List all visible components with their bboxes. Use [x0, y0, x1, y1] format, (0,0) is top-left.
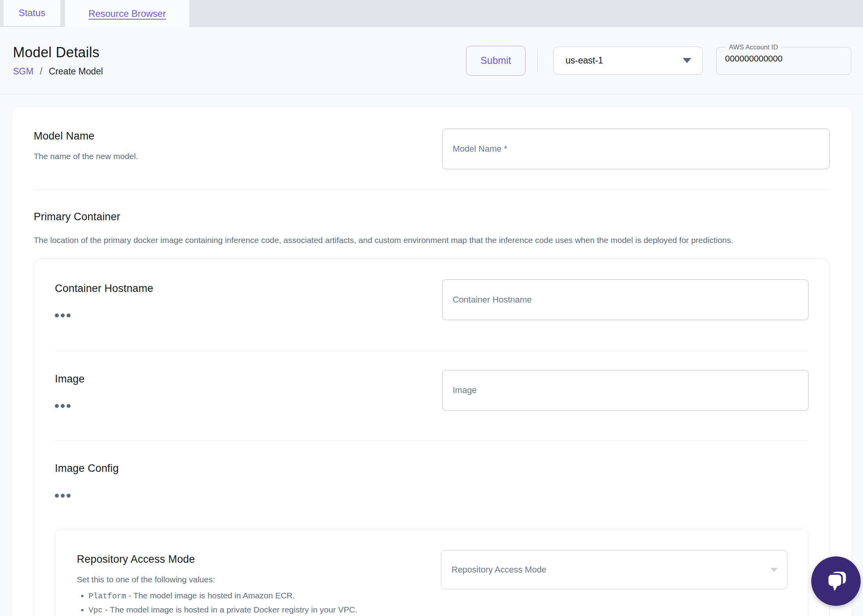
list-item: Vpc - The model image is hosted in a pri…	[89, 603, 425, 616]
more-dots-icon[interactable]	[55, 492, 72, 499]
image-row: Image	[55, 351, 809, 411]
value-code: Platform	[89, 592, 126, 601]
list-item: Platform - The model image is hosted in …	[89, 589, 425, 603]
container-hostname-input-col	[442, 279, 809, 321]
image-label-block: Image	[55, 370, 442, 411]
breadcrumb-separator: /	[40, 66, 42, 76]
more-dots-icon[interactable]	[55, 312, 72, 319]
primary-container-card: Container Hostname Image	[34, 259, 830, 616]
image-label: Image	[55, 373, 426, 385]
tab-bar: Status Resource Browser	[0, 0, 863, 27]
value-text: - The model image is hosted in a private…	[103, 605, 357, 614]
repository-access-mode-values: Platform - The model image is hosted in …	[89, 589, 425, 616]
image-input[interactable]	[442, 370, 809, 411]
region-select[interactable]: us-east-1	[553, 47, 703, 75]
chat-bubbles-icon	[823, 568, 849, 594]
model-name-row: Model Name The name of the new model.	[34, 129, 830, 169]
section-divider	[34, 189, 830, 189]
repository-access-mode-description: Set this to one of the following values:	[77, 575, 425, 584]
model-details-card: Model Name The name of the new model. Pr…	[12, 107, 852, 616]
page-header: Model Details SGM / Create Model Submit …	[0, 27, 863, 94]
tab-status[interactable]: Status	[4, 0, 60, 26]
more-dots-icon[interactable]	[55, 402, 72, 409]
image-config-label: Image Config	[55, 462, 809, 475]
value-text: - The model image is hosted in Amazon EC…	[126, 591, 295, 600]
aws-account-id-field: AWS Account ID	[716, 43, 851, 75]
chat-widget-button[interactable]	[811, 556, 861, 606]
chevron-down-icon	[771, 568, 778, 572]
container-hostname-input[interactable]	[442, 279, 809, 320]
repository-access-mode-select[interactable]: Repository Access Mode	[441, 550, 787, 589]
primary-container-label: Primary Container	[34, 211, 830, 223]
tab-resource-browser[interactable]: Resource Browser	[65, 0, 189, 27]
header-divider	[537, 49, 538, 73]
image-config-row: Image Config	[55, 441, 809, 499]
primary-container-description: The location of the primary docker image…	[34, 233, 829, 248]
breadcrumb-link-sgm[interactable]: SGM	[13, 66, 33, 76]
model-name-input[interactable]	[442, 129, 830, 169]
container-hostname-label: Container Hostname	[55, 283, 426, 295]
tab-resource-browser-label: Resource Browser	[89, 8, 166, 19]
region-select-value: us-east-1	[566, 55, 603, 66]
submit-button[interactable]: Submit	[466, 46, 526, 76]
repository-access-mode-placeholder: Repository Access Mode	[451, 565, 546, 575]
breadcrumb-current: Create Model	[49, 66, 103, 76]
value-code: Vpc	[89, 606, 103, 615]
model-name-input-col	[442, 129, 830, 169]
main-content: Model Name The name of the new model. Pr…	[0, 94, 863, 616]
model-name-label: Model Name	[34, 130, 426, 142]
breadcrumb: SGM / Create Model	[13, 66, 103, 77]
header-title-block: Model Details SGM / Create Model	[13, 44, 103, 77]
model-name-description: The name of the new model.	[34, 152, 426, 161]
aws-account-id-input[interactable]	[723, 51, 844, 64]
repository-access-mode-label-block: Repository Access Mode Set this to one o…	[77, 550, 441, 616]
container-hostname-row: Container Hostname	[55, 279, 809, 321]
container-hostname-label-block: Container Hostname	[55, 279, 442, 321]
image-input-col	[442, 370, 809, 411]
repository-access-mode-input-col: Repository Access Mode	[441, 550, 787, 616]
image-config-card: Repository Access Mode Set this to one o…	[55, 529, 809, 616]
repository-access-mode-label: Repository Access Mode	[77, 553, 425, 565]
model-name-label-block: Model Name The name of the new model.	[34, 129, 442, 169]
primary-container-section-header: Primary Container The location of the pr…	[34, 211, 830, 248]
header-actions: Submit us-east-1 AWS Account ID	[466, 45, 851, 76]
chevron-down-icon	[683, 58, 691, 63]
page-title: Model Details	[13, 44, 103, 61]
tab-status-label: Status	[18, 7, 45, 18]
repository-access-mode-row: Repository Access Mode Set this to one o…	[77, 550, 787, 616]
aws-account-id-label: AWS Account ID	[726, 43, 781, 51]
